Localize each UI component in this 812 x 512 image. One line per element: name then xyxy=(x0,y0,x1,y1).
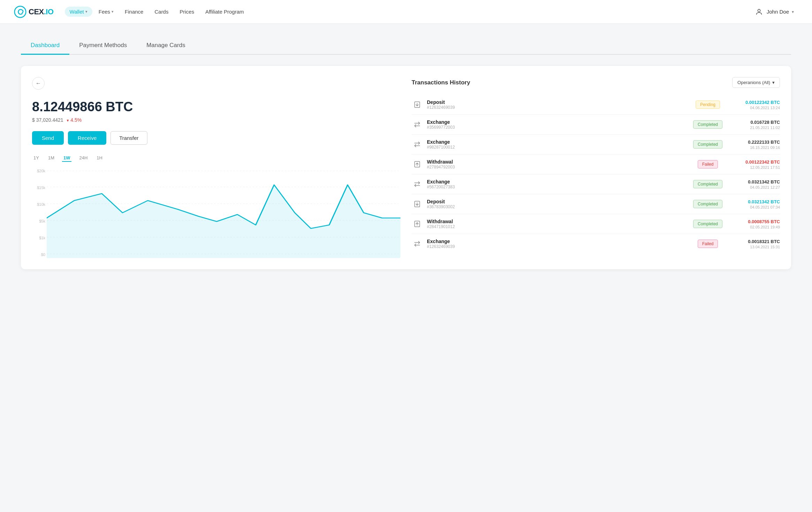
send-button[interactable]: Send xyxy=(32,131,64,145)
exchange-icon xyxy=(412,139,423,150)
nav-item-wallet[interactable]: Wallet ▾ xyxy=(65,7,92,17)
table-row: Exchange #35699772003 Completed 0.016728… xyxy=(412,115,780,135)
tx-date: 16.15.2021 09:16 xyxy=(728,145,780,150)
status-badge: Pending xyxy=(696,100,720,109)
deposit-icon xyxy=(412,198,423,210)
nav-item-prices[interactable]: Prices xyxy=(175,7,199,17)
chart-label-0: $0 xyxy=(32,253,45,257)
chart-label-1k: $1k xyxy=(32,236,45,240)
tx-id: #56720027383 xyxy=(427,185,688,189)
tx-amount: 0.2222133 BTC xyxy=(728,140,780,145)
receive-button[interactable]: Receive xyxy=(68,131,106,145)
tx-amount: 0.00122342 BTC xyxy=(728,100,780,105)
right-panel: Transactions History Operanions (All) ▾ … xyxy=(412,77,780,258)
tx-status-wrap: Completed xyxy=(692,120,723,129)
time-btn-1h[interactable]: 1H xyxy=(95,155,104,162)
transfer-button[interactable]: Transfer xyxy=(110,131,147,145)
tx-status-wrap: Failed xyxy=(692,240,723,248)
nav-item-fees[interactable]: Fees ▾ xyxy=(94,7,118,17)
tx-info: Deposit #12632469039 xyxy=(427,99,688,110)
balance-usd: $ 37,020.4421 4.5% xyxy=(32,117,400,123)
tx-type: Exchange xyxy=(427,239,688,244)
nav-item-finance[interactable]: Finance xyxy=(120,7,148,17)
nav-item-affiliate[interactable]: Affiliate Program xyxy=(200,7,249,17)
status-badge: Failed xyxy=(698,160,718,168)
svg-point-0 xyxy=(15,6,26,17)
tx-status-wrap: Completed xyxy=(692,200,723,208)
time-range-selector: 1Y 1M 1W 24H 1H xyxy=(32,155,400,162)
tx-amount: 0.0321342 BTC xyxy=(728,179,780,185)
svg-point-1 xyxy=(758,9,760,12)
tx-type: Deposit xyxy=(427,99,688,105)
tx-info: Deposit #36783903002 xyxy=(427,199,688,209)
user-name: John Doe xyxy=(767,9,789,15)
tx-amount-wrap: 0.016728 BTC 21.05.2021 11:02 xyxy=(728,120,780,130)
wallet-chevron-icon: ▾ xyxy=(85,9,87,14)
transactions-header: Transactions History Operanions (All) ▾ xyxy=(412,77,780,88)
tx-info: Exchange #98287100012 xyxy=(427,139,688,150)
user-avatar-icon xyxy=(754,7,764,17)
tx-amount: 0.00122342 BTC xyxy=(728,159,780,165)
status-badge: Completed xyxy=(693,220,722,228)
status-badge: Completed xyxy=(693,180,722,188)
main-card: ← 8.12449866 BTC $ 37,020.4421 4.5% Send… xyxy=(21,66,791,269)
tx-info: Exchange #56720027383 xyxy=(427,179,688,189)
tx-amount: 0.0321342 BTC xyxy=(728,199,780,204)
tx-info: Exchange #12632469039 xyxy=(427,239,688,249)
table-row: Exchange #98287100012 Completed 0.222213… xyxy=(412,135,780,155)
withdrawal-icon xyxy=(412,218,423,229)
tab-payment-methods[interactable]: Payment Methods xyxy=(69,38,137,55)
tx-amount-wrap: 0.0008755 BTC 02.05.2021 19:49 xyxy=(728,219,780,229)
time-btn-1y[interactable]: 1Y xyxy=(32,155,40,162)
tx-amount: 0.0018321 BTC xyxy=(728,239,780,244)
user-chevron-icon: ▾ xyxy=(792,9,794,14)
balance-change: 4.5% xyxy=(66,117,82,123)
exchange-icon xyxy=(412,119,423,130)
table-row: Exchange #12632469039 Failed 0.0018321 B… xyxy=(412,234,780,254)
left-panel: ← 8.12449866 BTC $ 37,020.4421 4.5% Send… xyxy=(32,77,400,258)
withdrawal-icon xyxy=(412,159,423,170)
operations-filter[interactable]: Operanions (All) ▾ xyxy=(732,77,780,88)
logo[interactable]: CEX.IO xyxy=(14,6,54,18)
tx-amount-wrap: 0.0018321 BTC 13.04.2021 15:31 xyxy=(728,239,780,249)
balance-amount: 8.12449866 BTC xyxy=(32,99,400,114)
tx-id: #12632469039 xyxy=(427,105,688,110)
tx-date: 04.05.2021 07:34 xyxy=(728,205,780,209)
tx-status-wrap: Completed xyxy=(692,140,723,149)
tx-type: Exchange xyxy=(427,139,688,145)
tx-amount-wrap: 0.00122342 BTC 12.05.2021 17:51 xyxy=(728,159,780,170)
deposit-icon xyxy=(412,99,423,110)
tx-id: #28471901012 xyxy=(427,224,688,229)
tx-amount-wrap: 0.0321342 BTC 04.05.2021 07:34 xyxy=(728,199,780,209)
tx-amount: 0.0008755 BTC xyxy=(728,219,780,224)
tab-dashboard[interactable]: Dashboard xyxy=(21,38,69,55)
table-row: Deposit #12632469039 Pending 0.00122342 … xyxy=(412,95,780,115)
tx-status-wrap: Completed xyxy=(692,180,723,188)
exchange-icon xyxy=(412,179,423,190)
status-badge: Completed xyxy=(693,120,722,129)
price-chart: $20k $15k $10k $5k $1k $0 xyxy=(32,167,400,258)
tx-id: #35699772003 xyxy=(427,125,688,130)
tab-manage-cards[interactable]: Manage Cards xyxy=(137,38,195,55)
back-button[interactable]: ← xyxy=(32,77,45,90)
time-btn-24h[interactable]: 24H xyxy=(78,155,89,162)
filter-chevron-icon: ▾ xyxy=(772,80,775,85)
chart-svg-container xyxy=(47,167,400,258)
table-row: Withdrawal #27894792003 Failed 0.0012234… xyxy=(412,155,780,174)
chart-label-20k: $20k xyxy=(32,169,45,173)
time-btn-1w[interactable]: 1W xyxy=(62,155,72,162)
tx-info: Exchange #35699772003 xyxy=(427,119,688,130)
time-btn-1m[interactable]: 1M xyxy=(47,155,56,162)
tx-date: 21.05.2021 11:02 xyxy=(728,126,780,130)
nav-item-cards[interactable]: Cards xyxy=(150,7,173,17)
transactions-list: Deposit #12632469039 Pending 0.00122342 … xyxy=(412,95,780,254)
exchange-icon xyxy=(412,238,423,249)
tx-status-wrap: Pending xyxy=(692,100,723,109)
user-menu[interactable]: John Doe ▾ xyxy=(750,5,798,19)
tx-id: #12632469039 xyxy=(427,244,688,249)
tx-amount: 0.016728 BTC xyxy=(728,120,780,125)
tx-type: Withdrawal xyxy=(427,219,688,224)
tx-id: #27894792003 xyxy=(427,165,688,170)
navbar: CEX.IO Wallet ▾ Fees ▾ Finance Cards Pri… xyxy=(0,0,812,24)
tx-info: Withdrawal #28471901012 xyxy=(427,219,688,229)
